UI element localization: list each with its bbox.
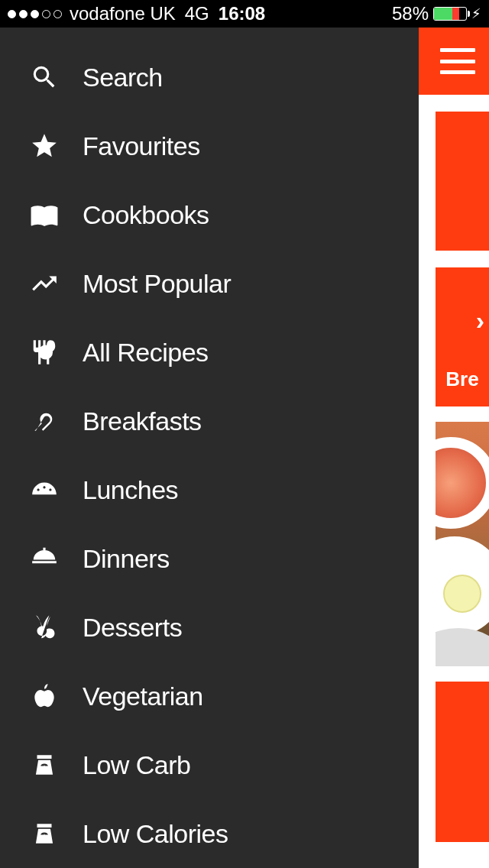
menu-item-lunches[interactable]: Lunches xyxy=(0,455,419,524)
status-bar: vodafone UK 4G 16:08 58% ⚡︎ xyxy=(0,0,489,28)
content-card[interactable]: Dia diabe it's dia xyxy=(436,422,489,666)
menu-label: Search xyxy=(83,63,163,92)
content-card[interactable] xyxy=(436,682,489,842)
menu-item-most-popular[interactable]: Most Popular xyxy=(0,249,419,318)
content-card[interactable] xyxy=(436,112,489,251)
menu-item-low-calories[interactable]: Low Calories xyxy=(0,799,419,868)
menu-label: Most Popular xyxy=(83,269,231,299)
top-bar xyxy=(419,28,489,95)
menu-item-dinners[interactable]: Dinners xyxy=(0,524,419,593)
signal-strength-icon xyxy=(8,10,62,18)
menu-label: Favourites xyxy=(83,131,200,161)
search-icon xyxy=(21,63,67,92)
side-drawer: Search Favourites Cookbooks Most Popular xyxy=(0,28,419,868)
menu-label: Desserts xyxy=(83,613,182,643)
chevron-right-icon: › xyxy=(476,306,484,335)
content-card[interactable]: › Bre xyxy=(436,267,489,406)
star-icon xyxy=(21,131,67,160)
menu-label: Vegetarian xyxy=(83,682,203,711)
food-image xyxy=(436,628,489,666)
menu-item-breakfasts[interactable]: Breakfasts xyxy=(0,387,419,455)
menu-label: Cookbooks xyxy=(83,200,209,230)
trending-icon xyxy=(21,269,67,298)
plate-icon xyxy=(21,338,67,367)
cloche-icon xyxy=(21,544,67,573)
menu-label: Breakfasts xyxy=(83,406,202,436)
menu-item-favourites[interactable]: Favourites xyxy=(0,112,419,180)
battery-pct-label: 58% xyxy=(392,3,429,24)
scale-icon xyxy=(21,750,67,779)
menu-label: Low Carb xyxy=(83,750,191,780)
charging-icon: ⚡︎ xyxy=(471,5,481,22)
hamburger-button[interactable] xyxy=(440,48,475,74)
food-image xyxy=(436,437,489,529)
menu-item-low-carb[interactable]: Low Carb xyxy=(0,730,419,799)
network-label: 4G xyxy=(185,3,209,24)
apple-icon xyxy=(21,682,67,711)
menu-item-desserts[interactable]: Desserts xyxy=(0,593,419,662)
menu-label: Low Calories xyxy=(83,819,228,849)
main-content-peek: › Bre Dia diabe it's dia xyxy=(419,28,489,868)
whisk-icon xyxy=(21,406,67,436)
menu-item-search[interactable]: Search xyxy=(0,43,419,112)
card-label: Bre xyxy=(445,368,478,391)
scale-icon xyxy=(21,819,67,848)
battery-icon xyxy=(433,7,467,21)
menu-item-cookbooks[interactable]: Cookbooks xyxy=(0,180,419,249)
menu-label: Lunches xyxy=(83,475,178,505)
cherries-icon xyxy=(21,613,67,642)
food-image xyxy=(443,575,481,613)
book-icon xyxy=(21,200,67,229)
svg-point-0 xyxy=(38,345,53,360)
menu-label: All Recipes xyxy=(83,338,209,368)
menu-item-vegetarian[interactable]: Vegetarian xyxy=(0,662,419,730)
carrier-label: vodafone UK xyxy=(70,3,176,24)
clock-label: 16:08 xyxy=(219,3,265,24)
menu-label: Dinners xyxy=(83,544,170,574)
menu-item-all-recipes[interactable]: All Recipes xyxy=(0,318,419,387)
taco-icon xyxy=(21,475,67,504)
